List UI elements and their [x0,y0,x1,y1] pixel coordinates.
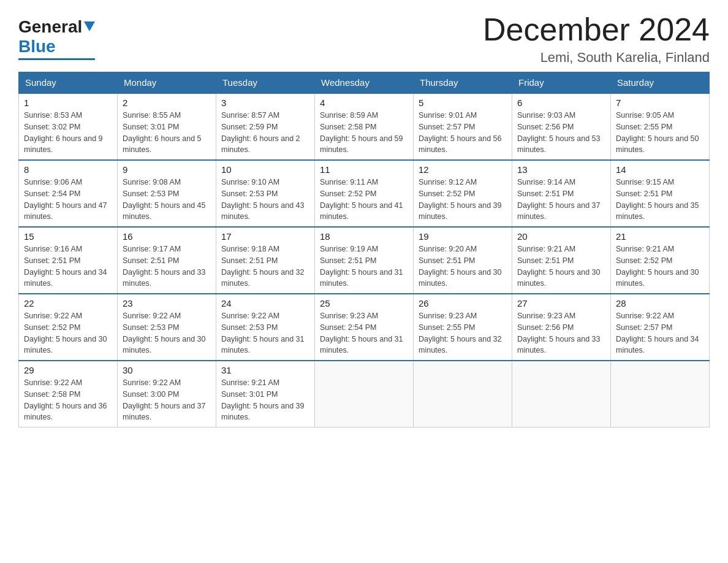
day-info: Sunrise: 9:23 AMSunset: 2:55 PMDaylight:… [419,310,507,356]
page-header: General Blue December 2024 Lemi, South K… [18,12,710,66]
col-header-saturday: Saturday [611,72,710,94]
day-info: Sunrise: 9:19 AMSunset: 2:51 PMDaylight:… [320,243,408,289]
day-number: 3 [221,98,309,108]
calendar-cell: 12Sunrise: 9:12 AMSunset: 2:52 PMDayligh… [414,160,512,227]
day-number: 15 [24,231,112,242]
day-number: 20 [517,231,605,242]
day-number: 1 [24,98,112,108]
day-info: Sunrise: 9:14 AMSunset: 2:51 PMDaylight:… [517,177,605,223]
logo-underline [18,58,95,60]
calendar-cell: 26Sunrise: 9:23 AMSunset: 2:55 PMDayligh… [414,294,512,361]
day-number: 29 [24,365,112,375]
day-info: Sunrise: 9:23 AMSunset: 2:54 PMDaylight:… [320,310,408,356]
day-number: 10 [221,164,309,175]
day-info: Sunrise: 9:17 AMSunset: 2:51 PMDaylight:… [123,243,211,289]
day-number: 24 [221,298,309,308]
day-number: 23 [123,298,211,308]
day-number: 25 [320,298,408,308]
calendar-cell: 19Sunrise: 9:20 AMSunset: 2:51 PMDayligh… [414,227,512,294]
day-number: 22 [24,298,112,308]
calendar-cell: 22Sunrise: 9:22 AMSunset: 2:52 PMDayligh… [19,294,118,361]
day-number: 21 [616,231,704,242]
col-header-friday: Friday [512,72,611,94]
day-info: Sunrise: 9:22 AMSunset: 2:57 PMDaylight:… [616,310,704,356]
day-info: Sunrise: 9:16 AMSunset: 2:51 PMDaylight:… [24,243,112,289]
calendar-cell: 20Sunrise: 9:21 AMSunset: 2:51 PMDayligh… [512,227,611,294]
calendar-cell: 18Sunrise: 9:19 AMSunset: 2:51 PMDayligh… [315,227,414,294]
calendar-cell: 7Sunrise: 9:05 AMSunset: 2:55 PMDaylight… [611,93,710,160]
calendar-week-row: 22Sunrise: 9:22 AMSunset: 2:52 PMDayligh… [19,294,710,361]
logo-general-text: General [18,17,82,37]
calendar-cell: 31Sunrise: 9:21 AMSunset: 3:01 PMDayligh… [216,361,315,427]
day-info: Sunrise: 9:20 AMSunset: 2:51 PMDaylight:… [419,243,507,289]
day-info: Sunrise: 9:22 AMSunset: 2:52 PMDaylight:… [24,310,112,356]
col-header-wednesday: Wednesday [315,72,414,94]
day-info: Sunrise: 9:12 AMSunset: 2:52 PMDaylight:… [419,177,507,223]
logo-triangle-icon [84,21,95,35]
calendar-cell [611,361,710,427]
calendar-cell: 21Sunrise: 9:21 AMSunset: 2:52 PMDayligh… [611,227,710,294]
calendar-cell: 30Sunrise: 9:22 AMSunset: 3:00 PMDayligh… [118,361,216,427]
day-info: Sunrise: 9:03 AMSunset: 2:56 PMDaylight:… [517,110,605,156]
calendar-cell [512,361,611,427]
calendar-week-row: 8Sunrise: 9:06 AMSunset: 2:54 PMDaylight… [19,160,710,227]
calendar-cell: 2Sunrise: 8:55 AMSunset: 3:01 PMDaylight… [118,93,216,160]
day-number: 13 [517,164,605,175]
calendar-cell: 16Sunrise: 9:17 AMSunset: 2:51 PMDayligh… [118,227,216,294]
day-info: Sunrise: 9:22 AMSunset: 2:58 PMDaylight:… [24,377,112,423]
location-subtitle: Lemi, South Karelia, Finland [483,50,710,66]
day-info: Sunrise: 9:06 AMSunset: 2:54 PMDaylight:… [24,177,112,223]
day-number: 2 [123,98,211,108]
calendar-header-row: SundayMondayTuesdayWednesdayThursdayFrid… [19,72,710,94]
col-header-tuesday: Tuesday [216,72,315,94]
day-info: Sunrise: 9:08 AMSunset: 2:53 PMDaylight:… [123,177,211,223]
day-number: 31 [221,365,309,375]
calendar-week-row: 29Sunrise: 9:22 AMSunset: 2:58 PMDayligh… [19,361,710,427]
day-number: 28 [616,298,704,308]
calendar-cell: 4Sunrise: 8:59 AMSunset: 2:58 PMDaylight… [315,93,414,160]
calendar-cell: 25Sunrise: 9:23 AMSunset: 2:54 PMDayligh… [315,294,414,361]
day-info: Sunrise: 9:22 AMSunset: 2:53 PMDaylight:… [221,310,309,356]
day-info: Sunrise: 8:57 AMSunset: 2:59 PMDaylight:… [221,110,309,156]
title-block: December 2024 Lemi, South Karelia, Finla… [483,12,710,66]
calendar-cell: 23Sunrise: 9:22 AMSunset: 2:53 PMDayligh… [118,294,216,361]
logo-blue-text: Blue [18,37,56,56]
col-header-monday: Monday [118,72,216,94]
calendar-cell: 5Sunrise: 9:01 AMSunset: 2:57 PMDaylight… [414,93,512,160]
calendar-cell: 29Sunrise: 9:22 AMSunset: 2:58 PMDayligh… [19,361,118,427]
calendar-table: SundayMondayTuesdayWednesdayThursdayFrid… [18,72,710,427]
calendar-cell: 8Sunrise: 9:06 AMSunset: 2:54 PMDaylight… [19,160,118,227]
day-number: 16 [123,231,211,242]
col-header-thursday: Thursday [414,72,512,94]
day-number: 9 [123,164,211,175]
day-number: 7 [616,98,704,108]
day-info: Sunrise: 9:05 AMSunset: 2:55 PMDaylight:… [616,110,704,156]
calendar-cell: 17Sunrise: 9:18 AMSunset: 2:51 PMDayligh… [216,227,315,294]
day-info: Sunrise: 9:18 AMSunset: 2:51 PMDaylight:… [221,243,309,289]
col-header-sunday: Sunday [19,72,118,94]
logo: General Blue [18,12,95,60]
day-number: 4 [320,98,408,108]
day-info: Sunrise: 8:53 AMSunset: 3:02 PMDaylight:… [24,110,112,156]
day-number: 14 [616,164,704,175]
day-number: 27 [517,298,605,308]
day-info: Sunrise: 9:21 AMSunset: 2:52 PMDaylight:… [616,243,704,289]
day-number: 8 [24,164,112,175]
day-number: 30 [123,365,211,375]
day-number: 17 [221,231,309,242]
day-info: Sunrise: 9:22 AMSunset: 3:00 PMDaylight:… [123,377,211,423]
calendar-cell: 14Sunrise: 9:15 AMSunset: 2:51 PMDayligh… [611,160,710,227]
day-number: 6 [517,98,605,108]
page-title: December 2024 [483,12,710,47]
calendar-cell: 1Sunrise: 8:53 AMSunset: 3:02 PMDaylight… [19,93,118,160]
calendar-cell [414,361,512,427]
calendar-cell: 15Sunrise: 9:16 AMSunset: 2:51 PMDayligh… [19,227,118,294]
svg-marker-0 [84,21,95,31]
day-info: Sunrise: 9:10 AMSunset: 2:53 PMDaylight:… [221,177,309,223]
calendar-cell: 9Sunrise: 9:08 AMSunset: 2:53 PMDaylight… [118,160,216,227]
calendar-week-row: 15Sunrise: 9:16 AMSunset: 2:51 PMDayligh… [19,227,710,294]
day-number: 12 [419,164,507,175]
calendar-cell: 3Sunrise: 8:57 AMSunset: 2:59 PMDaylight… [216,93,315,160]
calendar-week-row: 1Sunrise: 8:53 AMSunset: 3:02 PMDaylight… [19,93,710,160]
day-number: 19 [419,231,507,242]
